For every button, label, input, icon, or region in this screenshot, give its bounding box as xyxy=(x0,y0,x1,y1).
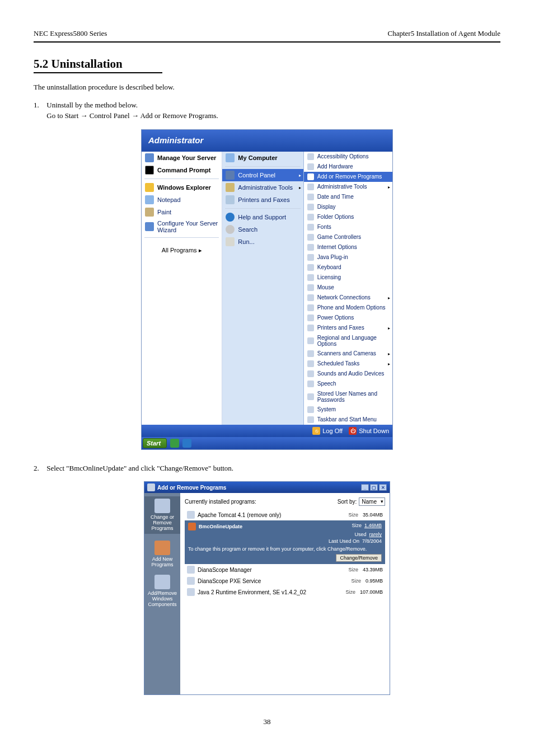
add-remove-programs-window: Add or Remove Programs _ ▢ ✕ Change or R… xyxy=(144,481,390,695)
arp-main-panel: Currently installed programs: Sort by: N… xyxy=(180,493,390,694)
cp-sub-sounds-and-audio-devices[interactable]: Sounds and Audio Devices xyxy=(304,369,392,379)
program-row[interactable]: Java 2 Runtime Environment, SE v1.4.2_02… xyxy=(185,586,385,598)
submenu-item-icon xyxy=(307,294,314,301)
program-row[interactable]: Apache Tomcat 4.1 (remove only)Size35.04… xyxy=(185,509,385,520)
selected-program-row[interactable]: BmcOnlineUpdateSize 1.46MB Used rarely L… xyxy=(185,520,385,564)
sm-command-prompt[interactable]: Command Prompt xyxy=(142,164,222,176)
submenu-item-icon xyxy=(307,416,314,423)
cp-sub-internet-options[interactable]: Internet Options xyxy=(304,242,392,252)
cp-sub-regional-and-language-options[interactable]: Regional and Language Options xyxy=(304,333,392,349)
cp-sub-scanners-and-cameras[interactable]: Scanners and Cameras▸ xyxy=(304,349,392,359)
chevron-right-icon: ▸ xyxy=(388,325,390,330)
start-menu-user-header: Administrator xyxy=(142,130,392,152)
arp-side-icon xyxy=(154,575,170,589)
cp-sub-java-plug-in[interactable]: Java Plug-in xyxy=(304,252,392,262)
submenu-item-icon xyxy=(307,314,314,321)
my-computer-icon xyxy=(226,153,235,162)
start-menu-left-column: Manage Your Server Command Prompt Window… xyxy=(142,152,222,425)
cp-sub-date-and-time[interactable]: Date and Time xyxy=(304,192,392,202)
sm-my-computer[interactable]: My Computer xyxy=(222,152,303,164)
currently-installed-label: Currently installed programs: xyxy=(185,499,256,505)
program-icon xyxy=(188,523,196,530)
sm-windows-explorer[interactable]: Windows Explorer xyxy=(142,181,222,194)
cp-sub-keyboard[interactable]: Keyboard xyxy=(304,262,392,273)
program-icon xyxy=(187,566,195,574)
change-remove-button[interactable]: Change/Remove xyxy=(336,554,382,562)
sm-printers-and-faxes[interactable]: Printers and Faxes xyxy=(222,194,303,206)
sm-configure-your-server-wizard[interactable]: Configure Your Server Wizard xyxy=(142,218,222,235)
cp-sub-add-hardware[interactable]: Add Hardware xyxy=(304,162,392,172)
cp-sub-network-connections[interactable]: Network Connections▸ xyxy=(304,293,392,303)
program-row[interactable]: DianaScope PXE ServiceSize0.95MB xyxy=(185,575,385,586)
header-right: Chapter5 Installation of Agent Module xyxy=(388,29,500,38)
start-button[interactable]: Start xyxy=(143,438,167,448)
submenu-item-icon xyxy=(307,337,314,344)
submenu-item-icon xyxy=(307,194,314,200)
submenu-item-icon xyxy=(307,393,314,400)
cp-sub-system[interactable]: System xyxy=(304,405,392,415)
close-button[interactable]: ✕ xyxy=(379,484,387,491)
cp-sub-administrative-tools[interactable]: Administrative Tools▸ xyxy=(304,182,392,192)
start-path-mid1: Control Panel xyxy=(90,111,130,120)
sm-notepad[interactable]: Notepad xyxy=(142,194,222,206)
shut-down-button[interactable]: ⏻Shut Down xyxy=(349,427,389,435)
notepad-icon xyxy=(145,195,154,204)
cp-sub-fonts[interactable]: Fonts xyxy=(304,222,392,232)
submenu-item-icon xyxy=(307,325,314,331)
log-off-button[interactable]: ⎋Log Off xyxy=(312,427,343,435)
sm-run[interactable]: Run... xyxy=(222,236,303,248)
cp-sub-scheduled-tasks[interactable]: Scheduled Tasks▸ xyxy=(304,359,392,369)
submenu-item-icon xyxy=(307,274,314,281)
start-path-mid2: Add or Remove Programs. xyxy=(140,111,218,120)
submenu-item-icon xyxy=(307,214,314,220)
submenu-item-icon xyxy=(307,350,314,357)
sm-manage-your-server[interactable]: Manage Your Server xyxy=(142,152,222,164)
program-name: Apache Tomcat 4.1 (remove only) xyxy=(198,512,281,518)
section-title: 5.2 Uninstallation xyxy=(34,57,500,71)
cp-sub-mouse[interactable]: Mouse xyxy=(304,283,392,293)
start-menu-footer: ⎋Log Off ⏻Shut Down xyxy=(142,425,392,437)
arp-side-add-new-programs[interactable]: Add New Programs xyxy=(146,541,179,568)
sm-help-and-support[interactable]: Help and Support xyxy=(222,211,303,223)
change-remove-description: To change this program or remove it from… xyxy=(188,546,382,552)
cp-sub-folder-options[interactable]: Folder Options xyxy=(304,212,392,222)
program-row[interactable]: DianaScope ManagerSize43.39MB xyxy=(185,564,385,575)
paint-icon xyxy=(145,208,154,217)
arp-side-change-or-remove-programs[interactable]: Change or Remove Programs xyxy=(144,496,180,534)
cp-sub-licensing[interactable]: Licensing xyxy=(304,273,392,283)
wizard-icon xyxy=(145,222,154,231)
maximize-button[interactable]: ▢ xyxy=(370,484,378,491)
sm-administrative-tools[interactable]: Administrative Tools▸ xyxy=(222,181,303,194)
selected-program-name: BmcOnlineUpdate xyxy=(199,524,242,529)
submenu-item-icon xyxy=(307,224,314,231)
taskbar-ie-icon[interactable] xyxy=(182,439,191,448)
arp-side-add-remove-windows-components[interactable]: Add/Remove Windows Components xyxy=(146,575,179,608)
cp-sub-stored-user-names-and-passwords[interactable]: Stored User Names and Passwords xyxy=(304,389,392,405)
program-icon xyxy=(187,577,195,585)
cp-sub-accessibility-options[interactable]: Accessibility Options xyxy=(304,152,392,162)
program-icon xyxy=(187,511,195,519)
page-number: 38 xyxy=(34,717,500,726)
cp-sub-speech[interactable]: Speech xyxy=(304,379,392,389)
sm-search[interactable]: Search xyxy=(222,223,303,236)
sm-all-programs[interactable]: All Programs ▸ xyxy=(142,240,222,260)
minimize-button[interactable]: _ xyxy=(361,484,369,491)
cp-sub-taskbar-and-start-menu[interactable]: Taskbar and Start Menu xyxy=(304,415,392,425)
cp-sub-power-options[interactable]: Power Options xyxy=(304,313,392,323)
sm-paint[interactable]: Paint xyxy=(142,206,222,218)
taskbar: Start xyxy=(142,437,392,449)
cp-sub-add-or-remove-programs[interactable]: Add or Remove Programs xyxy=(304,172,392,182)
chevron-right-icon: ▸ xyxy=(388,184,390,189)
arrow-icon: → xyxy=(132,111,139,120)
submenu-item-icon xyxy=(307,304,314,311)
chevron-right-icon: ▸ xyxy=(388,295,390,300)
cp-sub-phone-and-modem-options[interactable]: Phone and Modem Options xyxy=(304,303,392,313)
cp-sub-printers-and-faxes[interactable]: Printers and Faxes▸ xyxy=(304,323,392,333)
sm-control-panel[interactable]: Control Panel▸ xyxy=(222,169,303,181)
cp-sub-game-controllers[interactable]: Game Controllers xyxy=(304,232,392,242)
cp-sub-display[interactable]: Display xyxy=(304,202,392,212)
taskbar-desktop-icon[interactable] xyxy=(170,439,179,448)
sort-by-select[interactable]: Name xyxy=(359,497,385,506)
submenu-item-icon xyxy=(307,173,314,180)
program-name: Java 2 Runtime Environment, SE v1.4.2_02 xyxy=(198,589,306,595)
